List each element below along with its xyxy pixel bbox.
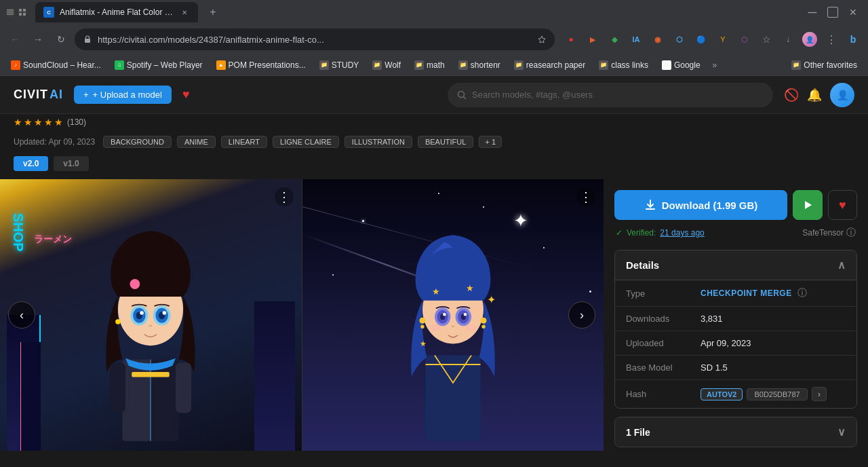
other-favorites-folder[interactable]: 📁 Other favorites xyxy=(786,59,863,71)
eye-off-icon[interactable]: 🚫 xyxy=(784,88,799,102)
svg-rect-0 xyxy=(7,10,14,11)
svg-line-10 xyxy=(464,96,467,99)
shortenr-favicon: 📁 xyxy=(458,60,468,70)
bookmark-google[interactable]: G Google xyxy=(656,59,706,71)
more-options-btn[interactable]: ⋮ xyxy=(822,30,841,49)
sidebar-toggle[interactable] xyxy=(5,7,15,17)
type-info-icon[interactable]: ⓘ xyxy=(797,287,807,299)
star-4: ★ xyxy=(44,117,53,128)
ext-icon-1[interactable]: ● xyxy=(561,30,580,49)
svg-rect-26 xyxy=(176,362,191,413)
bookmark-wolf[interactable]: 📁 Wolf xyxy=(367,59,406,71)
bookmark-soundcloud[interactable]: ♪ SoundCloud – Hear... xyxy=(5,59,106,71)
bookmark-research[interactable]: 📁 reasearch paper xyxy=(509,59,591,71)
svg-rect-4 xyxy=(23,9,26,12)
details-hash-row: Hash AUTOV2 B0D25DB787 › xyxy=(615,380,856,408)
bookmark-btn[interactable]: ☆ xyxy=(757,30,776,49)
favorite-button[interactable]: ♥ xyxy=(828,190,858,220)
bookmark-google-label: Google xyxy=(674,60,701,70)
tab-close-btn[interactable]: ✕ xyxy=(179,7,190,18)
bookmark-math[interactable]: 📁 math xyxy=(409,59,450,71)
small-sparkle: • xyxy=(589,288,592,295)
bookmark-bar: ♪ SoundCloud – Hear... ♫ Spotify – Web P… xyxy=(0,54,868,76)
nav-heart-icon[interactable]: ♥ xyxy=(182,88,190,102)
tab-overview[interactable] xyxy=(18,7,27,17)
bookmark-shortenr[interactable]: 📁 shortenr xyxy=(453,59,506,71)
bookmarks-more-btn[interactable]: » xyxy=(709,59,722,71)
image-2-menu-btn[interactable]: ⋮ xyxy=(576,187,595,206)
site-logo[interactable]: CIVITAI xyxy=(14,88,63,102)
image-gallery: SHOP ラーメン xyxy=(0,179,604,451)
gallery-image-1[interactable]: SHOP ラーメン xyxy=(0,179,302,451)
type-label: Type xyxy=(626,288,701,299)
tag-beautiful[interactable]: BEAUTIFUL xyxy=(418,136,474,148)
tag-lineart[interactable]: LINEART xyxy=(221,136,267,148)
hash-copy-btn[interactable]: › xyxy=(812,387,827,401)
svg-point-42 xyxy=(420,325,424,329)
user-avatar[interactable]: 👤 xyxy=(830,83,854,107)
maximize-btn[interactable] xyxy=(827,7,838,18)
ext-icon-2[interactable]: ▶ xyxy=(583,30,602,49)
svg-marker-8 xyxy=(538,36,545,43)
bookmark-study-label: STUDY xyxy=(332,60,359,70)
bell-icon[interactable]: 🔔 xyxy=(807,88,822,102)
bookmark-pom[interactable]: ▲ POM Presentations... xyxy=(211,59,311,71)
ext-icon-9[interactable]: ⬡ xyxy=(735,30,754,49)
download-button[interactable]: Download (1.99 GB) xyxy=(614,190,787,220)
tag-anime[interactable]: ANIME xyxy=(177,136,216,148)
bookmark-math-label: math xyxy=(427,60,445,70)
math-favicon: 📁 xyxy=(414,60,424,70)
details-type-row: Type CHECKPOINT MERGE ⓘ xyxy=(615,280,856,307)
tag-ligne-claire[interactable]: LIGNE CLAIRE xyxy=(273,136,339,148)
minimize-btn[interactable]: ─ xyxy=(803,3,822,22)
logo-ai: AI xyxy=(50,88,63,102)
ext-icon-8[interactable]: Y xyxy=(713,30,732,49)
bookmark-study[interactable]: 📁 STUDY xyxy=(314,59,365,71)
ext-icon-3[interactable]: ◆ xyxy=(605,30,624,49)
search-bar[interactable] xyxy=(448,83,773,107)
ext-icon-6[interactable]: ⬡ xyxy=(670,30,689,49)
gallery-next-btn[interactable]: › xyxy=(568,301,595,329)
details-header[interactable]: Details ∧ xyxy=(615,250,856,280)
gallery-prev-btn[interactable]: ‹ xyxy=(8,301,35,329)
star-url-icon[interactable] xyxy=(537,35,547,44)
svg-rect-28 xyxy=(425,356,480,441)
info-icon[interactable]: ⓘ xyxy=(846,227,856,239)
bookmark-class-links[interactable]: 📁 class links xyxy=(593,59,654,71)
verified-time-link[interactable]: 21 days ago xyxy=(660,228,704,238)
bookmark-soundcloud-label: SoundCloud – Hear... xyxy=(23,60,101,70)
star-5: ★ xyxy=(54,117,63,128)
new-tab-button[interactable]: + xyxy=(203,3,222,22)
bing-icon[interactable]: b xyxy=(844,30,863,49)
spotify-favicon: ♫ xyxy=(115,60,124,70)
back-btn[interactable]: ← xyxy=(5,30,24,49)
play-button[interactable] xyxy=(793,190,823,220)
files-header[interactable]: 1 File ∨ xyxy=(615,417,856,447)
tag-more[interactable]: + 1 xyxy=(479,136,502,148)
upload-model-button[interactable]: + + Upload a model xyxy=(74,86,172,104)
character-2-svg: ★ ★ xyxy=(331,193,575,451)
verified-label: Verified: xyxy=(627,228,656,238)
ext-icon-5[interactable]: ◉ xyxy=(648,30,667,49)
close-window-btn[interactable]: ✕ xyxy=(844,3,863,22)
search-input[interactable] xyxy=(472,90,764,100)
version-v1-btn[interactable]: v1.0 xyxy=(54,156,88,171)
profile-btn[interactable]: 👤 xyxy=(800,30,819,49)
ext-icon-4[interactable]: IA xyxy=(627,30,646,49)
gallery-image-2[interactable]: ✦ xyxy=(302,179,604,451)
refresh-btn[interactable]: ↻ xyxy=(52,30,71,49)
check-icon: ✓ xyxy=(616,228,623,238)
search-icon xyxy=(457,90,467,100)
downloads-btn[interactable]: ↓ xyxy=(778,30,797,49)
version-v2-btn[interactable]: v2.0 xyxy=(14,156,48,171)
bookmark-spotify[interactable]: ♫ Spotify – Web Player xyxy=(109,59,208,71)
safe-tensor-label: SafeTensor xyxy=(802,228,844,238)
address-bar[interactable]: https://civitai.com/models/24387/aniflat… xyxy=(75,29,555,50)
forward-btn[interactable]: → xyxy=(28,30,47,49)
image-1-menu-btn[interactable]: ⋮ xyxy=(275,187,294,206)
active-tab[interactable]: C Aniflatmix - Anime Flat Color Sty... ✕ xyxy=(35,2,198,22)
ext-icon-7[interactable]: 🔵 xyxy=(692,30,711,49)
hash-algorithm-tag[interactable]: AUTOV2 xyxy=(701,388,743,400)
tag-background[interactable]: BACKGROUND xyxy=(103,136,172,148)
tag-illustration[interactable]: ILLUSTRATION xyxy=(344,136,412,148)
